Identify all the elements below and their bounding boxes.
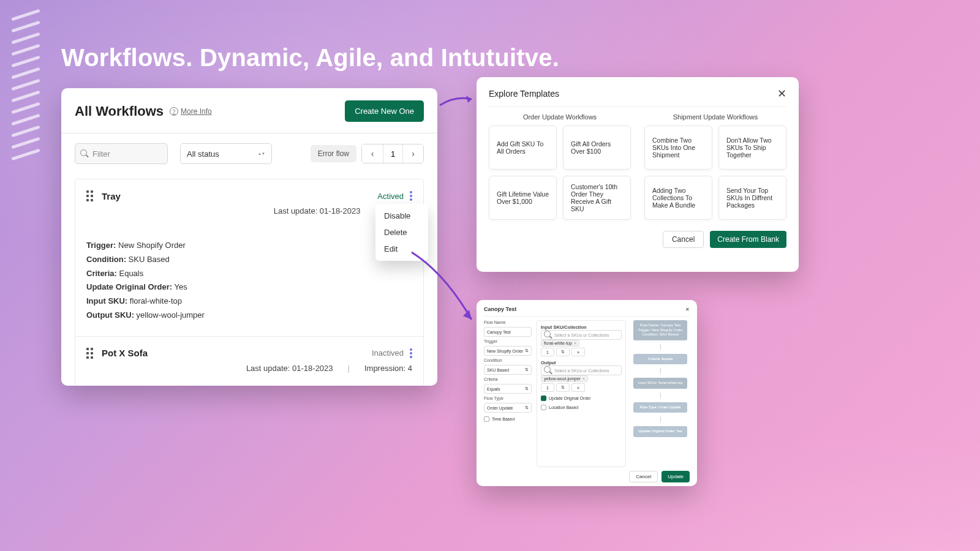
close-icon[interactable]: ✕ bbox=[777, 87, 786, 100]
chip-remove-icon[interactable]: × bbox=[582, 377, 585, 381]
search-icon bbox=[544, 331, 552, 339]
template-card[interactable]: Add Gift SKU To All Orders bbox=[489, 126, 557, 170]
workflows-panel: All Workflows ? More Info Create New One… bbox=[61, 88, 437, 386]
more-info-link[interactable]: ? More Info bbox=[170, 107, 212, 116]
update-button[interactable]: Update bbox=[662, 471, 690, 482]
sku-chip[interactable]: yellow-wool-jumper× bbox=[541, 375, 588, 382]
arrow-icon bbox=[437, 92, 480, 111]
templates-col-head: Shipment Update Workflows bbox=[644, 113, 786, 121]
template-card[interactable]: Gift All Orders Over $100 bbox=[563, 126, 631, 170]
editor-title: Canopy Test bbox=[484, 306, 516, 312]
input-sku-search[interactable]: Select a SKUs or Collections bbox=[541, 330, 622, 340]
workflow-name: Pot X Sofa bbox=[102, 348, 148, 358]
explore-templates-modal: Explore Templates ✕ Order Update Workflo… bbox=[477, 77, 799, 272]
template-card[interactable]: Send Your Top SKUs In Diffrent Packages bbox=[718, 176, 786, 220]
flow-node: Flow Name: Canopy Test Trigger: New Shop… bbox=[633, 320, 687, 340]
pager-prev-button[interactable]: ‹ bbox=[362, 144, 383, 163]
trigger-select[interactable]: New Shopify Order⇅ bbox=[484, 346, 532, 356]
qty-value[interactable]: 1 bbox=[541, 383, 554, 392]
search-icon bbox=[80, 149, 89, 158]
template-card[interactable]: Don't Allow Two SKUs To Ship Together bbox=[718, 126, 786, 170]
template-card[interactable]: Combine Two SKUs Into One Shipment bbox=[644, 126, 712, 170]
input-sku-head: Input SKU/Collection bbox=[541, 324, 622, 330]
chip-remove-icon[interactable]: × bbox=[574, 341, 576, 345]
close-icon[interactable]: ✕ bbox=[685, 307, 690, 312]
flow-diagram: Flow Name: Canopy Test Trigger: New Shop… bbox=[631, 320, 690, 467]
question-icon: ? bbox=[170, 107, 178, 116]
last-update: Last update: 01-18-2023 bbox=[274, 206, 361, 216]
modal-title: Explore Templates bbox=[489, 89, 559, 99]
qty-remove-icon[interactable]: × bbox=[571, 348, 585, 356]
flow-node: Criteria: Equals bbox=[633, 354, 687, 365]
flowtype-select[interactable]: Order Update⇅ bbox=[484, 403, 532, 413]
template-card[interactable]: Customer's 10th Order They Receive A Gif… bbox=[563, 176, 631, 220]
flow-editor-modal: Canopy Test ✕ Flow Name Canopy Test Trig… bbox=[477, 300, 697, 486]
output-head: Output bbox=[541, 360, 622, 365]
arrow-icon bbox=[408, 249, 481, 328]
criteria-select[interactable]: Equals⇅ bbox=[484, 384, 532, 394]
drag-handle-icon[interactable] bbox=[86, 190, 93, 201]
pager-page: 1 bbox=[383, 144, 402, 163]
template-card[interactable]: Adding Two Collections To Make A Bundle bbox=[644, 176, 712, 220]
panel-title: All Workflows bbox=[75, 103, 164, 119]
cancel-button[interactable]: Cancel bbox=[663, 231, 704, 248]
editor-sidebar: Flow Name Canopy Test Trigger New Shopif… bbox=[484, 320, 532, 467]
row-menu-button[interactable] bbox=[410, 348, 412, 358]
error-flow-button[interactable]: Error flow bbox=[311, 145, 356, 162]
condition-select[interactable]: SKU Based⇅ bbox=[484, 365, 532, 375]
editor-center: Input SKU/Collection Select a SKUs or Co… bbox=[537, 320, 626, 467]
row-menu-button[interactable] bbox=[410, 191, 412, 201]
time-based-checkbox[interactable]: Time Based bbox=[484, 416, 532, 422]
qty-stepper[interactable]: ⇅ bbox=[556, 348, 570, 356]
drag-handle-icon[interactable] bbox=[86, 348, 93, 359]
update-original-checkbox[interactable]: Update Original Order bbox=[541, 395, 622, 401]
pager-next-button[interactable]: › bbox=[402, 144, 423, 163]
menu-item-disable[interactable]: Disable bbox=[375, 208, 428, 224]
flow-node: Update Original Order: Yes bbox=[633, 426, 687, 437]
create-new-button[interactable]: Create New One bbox=[345, 100, 424, 122]
workflow-row: Tray Actived Last update: 01-18-2023 | I… bbox=[75, 179, 423, 336]
qty-value[interactable]: 1 bbox=[541, 348, 554, 356]
create-from-blank-button[interactable]: Create From Blank bbox=[710, 231, 786, 248]
headline: Workflows. Dynamic, Agile, and Intutuitv… bbox=[61, 44, 559, 72]
updown-icon: ▲▼ bbox=[258, 152, 265, 156]
pager: ‹ 1 › bbox=[361, 144, 424, 163]
output-sku-search[interactable]: Select a SKUs or Collections bbox=[541, 365, 622, 375]
cancel-button[interactable]: Cancel bbox=[629, 471, 658, 482]
workflow-status: Actived bbox=[377, 192, 404, 201]
status-select[interactable]: All status ▲▼ bbox=[180, 143, 272, 164]
qty-stepper[interactable]: ⇅ bbox=[556, 383, 570, 392]
filter-input[interactable]: Filter bbox=[75, 143, 168, 164]
templates-col-head: Order Update Workflows bbox=[489, 113, 631, 121]
search-icon bbox=[544, 366, 552, 375]
qty-remove-icon[interactable]: × bbox=[571, 383, 585, 392]
flow-node: Flow Type: Order Update bbox=[633, 402, 687, 413]
flow-node: Input SKUs: floral-white-top bbox=[633, 378, 687, 389]
last-update: Last update: 01-18-2023 bbox=[246, 364, 333, 373]
workflow-name: Tray bbox=[102, 191, 121, 201]
workflow-row: Pot X Sofa Inactived Last update: 01-18-… bbox=[75, 336, 423, 386]
flow-name-input[interactable]: Canopy Test bbox=[484, 327, 532, 337]
location-based-checkbox[interactable]: Location Based bbox=[541, 405, 622, 410]
sku-chip[interactable]: floral-white-top× bbox=[541, 340, 579, 347]
impression-count: Impression: 4 bbox=[364, 364, 412, 373]
workflow-status: Inactived bbox=[372, 348, 404, 358]
template-card[interactable]: Gift Lifetime Value Over $1,000 bbox=[489, 176, 557, 220]
menu-item-delete[interactable]: Delete bbox=[375, 224, 428, 241]
decorative-stripes bbox=[11, 13, 40, 156]
workflow-details: Trigger: New Shopify Order Condition: SK… bbox=[86, 239, 412, 323]
